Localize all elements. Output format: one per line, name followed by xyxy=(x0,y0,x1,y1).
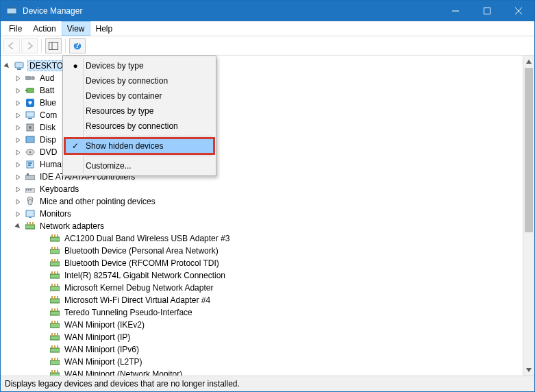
svg-rect-38 xyxy=(25,225,35,229)
menu-resources-by-type[interactable]: Resources by type xyxy=(65,103,214,119)
tree-device[interactable]: AC1200 Dual Band Wireless USB Adapter #3 xyxy=(3,232,523,245)
svg-rect-9 xyxy=(49,42,58,49)
expand-icon[interactable] xyxy=(14,186,22,193)
category-label: Network adapters xyxy=(38,221,105,231)
tree-device[interactable]: Microsoft Kernel Debug Network Adapter xyxy=(3,282,523,294)
svg-rect-52 xyxy=(54,259,55,262)
tree-device[interactable]: WAN Miniport (IP) xyxy=(3,331,523,343)
expand-icon[interactable] xyxy=(14,223,22,230)
svg-rect-62 xyxy=(50,299,60,303)
show-hide-tree-button[interactable] xyxy=(45,38,62,53)
expand-icon[interactable] xyxy=(14,161,22,169)
expand-icon[interactable] xyxy=(14,149,22,156)
expand-icon[interactable] xyxy=(14,75,22,82)
menu-bar: File Action View Help xyxy=(1,21,534,36)
network-adapter-icon xyxy=(49,344,60,355)
expand-icon[interactable] xyxy=(14,112,22,119)
menu-devices-by-container[interactable]: Devices by container xyxy=(65,88,214,103)
tree-device[interactable]: Intel(R) 82574L Gigabit Network Connecti… xyxy=(3,269,523,282)
svg-rect-33 xyxy=(30,189,32,191)
tree-device[interactable]: Bluetooth Device (RFCOMM Protocol TDI) xyxy=(3,257,523,269)
vertical-scrollbar[interactable] xyxy=(523,56,534,376)
minimize-button[interactable] xyxy=(440,1,471,21)
expand-icon[interactable] xyxy=(14,173,22,181)
scroll-up-arrow[interactable] xyxy=(523,56,534,67)
svg-rect-49 xyxy=(57,247,58,249)
device-label: Microsoft Wi-Fi Direct Virtual Adapter #… xyxy=(63,295,212,305)
menu-customize[interactable]: Customize... xyxy=(65,158,214,173)
svg-rect-6 xyxy=(484,8,490,14)
svg-rect-40 xyxy=(29,222,31,225)
tree-category[interactable]: Network adapters xyxy=(3,220,523,232)
check-icon: ✓ xyxy=(71,141,80,151)
expand-spacer xyxy=(39,260,47,267)
tree-device[interactable]: WAN Miniport (L2TP) xyxy=(3,356,523,368)
svg-rect-13 xyxy=(15,62,23,68)
svg-rect-35 xyxy=(28,199,32,205)
menu-help[interactable]: Help xyxy=(90,21,119,36)
maximize-button[interactable] xyxy=(471,1,503,21)
tree-device[interactable]: WAN Miniport (IPv6) xyxy=(3,343,523,356)
device-tree[interactable]: DESKTO AudBattBlueComDiskDispDVDHuman In… xyxy=(1,56,523,376)
tree-device[interactable]: WAN Miniport (IKEv2) xyxy=(3,319,523,331)
svg-rect-59 xyxy=(51,284,53,286)
window-title: Device Manager xyxy=(21,6,440,16)
expand-icon[interactable] xyxy=(14,87,22,95)
tree-device[interactable]: WAN Miniport (Network Monitor) xyxy=(3,368,523,376)
expand-icon[interactable] xyxy=(14,124,22,132)
category-icon xyxy=(25,97,36,108)
device-label: WAN Miniport (L2TP) xyxy=(63,357,144,367)
back-button[interactable] xyxy=(3,38,20,53)
category-label: Com xyxy=(38,110,58,120)
tree-category[interactable]: Mice and other pointing devices xyxy=(3,195,523,208)
scroll-down-arrow[interactable] xyxy=(523,364,534,376)
radio-dot-icon: ● xyxy=(71,61,80,71)
svg-rect-82 xyxy=(50,360,60,365)
menu-item-label: Devices by type xyxy=(86,61,144,71)
svg-rect-1 xyxy=(8,6,10,8)
svg-rect-17 xyxy=(27,88,34,93)
app-icon xyxy=(6,5,17,16)
svg-rect-44 xyxy=(54,234,55,237)
svg-rect-77 xyxy=(57,333,58,336)
scroll-thumb[interactable] xyxy=(525,68,533,232)
help-button[interactable]: ? xyxy=(69,38,86,53)
tree-device[interactable]: Teredo Tunneling Pseudo-Interface xyxy=(3,306,523,319)
collapse-icon[interactable] xyxy=(3,62,11,70)
svg-rect-81 xyxy=(57,345,58,348)
svg-rect-75 xyxy=(51,333,53,336)
device-label: Bluetooth Device (RFCOMM Protocol TDI) xyxy=(63,258,221,268)
svg-rect-78 xyxy=(50,348,60,352)
tree-category[interactable]: Monitors xyxy=(3,208,523,220)
svg-rect-61 xyxy=(57,284,58,286)
device-label: WAN Miniport (IKEv2) xyxy=(63,320,146,330)
svg-rect-87 xyxy=(51,370,53,373)
device-label: WAN Miniport (IPv6) xyxy=(63,345,140,354)
menu-item-label: Show hidden devices xyxy=(86,141,163,151)
tree-root-label: DESKTO xyxy=(27,60,65,71)
expand-spacer xyxy=(39,346,47,354)
network-adapter-icon xyxy=(49,369,60,376)
menu-view[interactable]: View xyxy=(62,21,90,36)
expand-icon[interactable] xyxy=(14,210,22,218)
expand-icon[interactable] xyxy=(14,99,22,107)
menu-devices-by-connection[interactable]: Devices by connection xyxy=(65,73,214,88)
tree-device[interactable]: Bluetooth Device (Personal Area Network) xyxy=(3,245,523,257)
menu-devices-by-type[interactable]: ●Devices by type xyxy=(65,58,214,73)
menu-resources-by-connection[interactable]: Resources by connection xyxy=(65,119,214,134)
tree-category[interactable]: Keyboards xyxy=(3,183,523,195)
expand-icon[interactable] xyxy=(14,198,22,206)
category-label: Monitors xyxy=(38,209,73,219)
device-label: Microsoft Kernel Debug Network Adapter xyxy=(63,283,214,293)
menu-show-hidden-devices[interactable]: ✓Show hidden devices xyxy=(65,138,214,154)
device-label: WAN Miniport (Network Monitor) xyxy=(63,369,184,376)
menu-action[interactable]: Action xyxy=(27,21,61,36)
menu-file[interactable]: File xyxy=(3,21,27,36)
svg-rect-46 xyxy=(50,249,60,254)
forward-button[interactable] xyxy=(21,38,38,53)
svg-rect-66 xyxy=(50,311,60,315)
tree-device[interactable]: Microsoft Wi-Fi Direct Virtual Adapter #… xyxy=(3,294,523,306)
svg-rect-83 xyxy=(51,358,53,360)
expand-icon[interactable] xyxy=(14,136,22,144)
close-button[interactable] xyxy=(503,1,534,21)
